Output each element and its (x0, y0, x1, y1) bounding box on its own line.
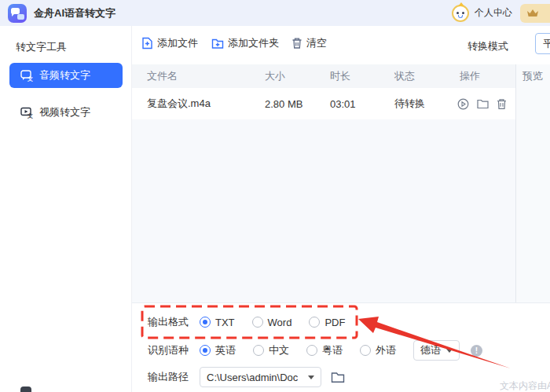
info-icon[interactable]: ! (471, 345, 482, 357)
radio-dot (200, 345, 211, 356)
user-center-link[interactable]: 个人中心 (475, 6, 512, 20)
radio-dot (253, 345, 264, 356)
app-window: 金舟AI语音转文字 个人中心 转文字工具 文 (0, 0, 550, 392)
add-folder-icon (211, 38, 224, 49)
sidebar-item-video-to-text[interactable]: 文 视频转文字 (9, 100, 123, 125)
cell-status: 待转换 (394, 97, 425, 111)
add-file-label: 添加文件 (157, 36, 198, 50)
output-format-label: 输出格式 (148, 315, 189, 329)
radio-cantonese[interactable]: 粤语 (306, 343, 343, 357)
clear-label: 清空 (306, 36, 327, 50)
radio-pdf[interactable]: PDF (309, 317, 345, 328)
avatar-crown-icon (458, 2, 464, 6)
preview-panel (516, 88, 550, 302)
top-bar: 金舟AI语音转文字 个人中心 (0, 0, 550, 26)
convert-mode-select[interactable]: 平 (535, 33, 550, 54)
svg-text:文: 文 (27, 112, 33, 119)
radio-txt[interactable]: TXT (200, 317, 235, 328)
radio-dot (306, 345, 317, 356)
language-row: 识别语种 英语 中文 粤语 外语 德语 ! (148, 342, 482, 359)
radio-dot (309, 317, 320, 328)
radio-chinese[interactable]: 中文 (253, 343, 289, 357)
col-actions: 操作 (460, 69, 480, 83)
sidebar-item-audio-to-text[interactable]: 文 音频转文字 (9, 63, 123, 88)
radio-dot (360, 345, 371, 356)
radio-foreign-label: 外语 (376, 343, 396, 357)
video-to-text-icon: 文 (20, 107, 33, 119)
audio-to-text-icon: 文 (20, 70, 33, 82)
foreign-language-value: 德语 (420, 343, 441, 357)
add-file-button[interactable]: 添加文件 (141, 36, 198, 50)
radio-pdf-label: PDF (324, 317, 345, 328)
crown-icon (526, 8, 539, 18)
svg-text:文: 文 (27, 75, 33, 82)
output-format-row: 输出格式 TXT Word PDF (148, 313, 362, 331)
settings-panel: 输出格式 TXT Word PDF 识别语种 英语 中文 (132, 303, 550, 392)
radio-dot (252, 317, 263, 328)
table-header: 文件名 大小 时长 状态 操作 (132, 64, 515, 88)
radio-word[interactable]: Word (252, 317, 292, 328)
add-folder-label: 添加文件夹 (228, 36, 279, 50)
radio-cantonese-label: 粤语 (322, 343, 343, 357)
cell-duration: 03:01 (330, 98, 356, 110)
play-icon[interactable] (457, 98, 469, 110)
radio-english[interactable]: 英语 (200, 343, 236, 357)
clear-button[interactable]: 清空 (292, 36, 327, 50)
cell-size: 2.80 MB (265, 98, 302, 110)
radio-word-label: Word (268, 317, 292, 328)
cell-filename: 复盘会议.m4a (147, 97, 211, 111)
open-folder-icon[interactable] (477, 99, 489, 109)
vip-button[interactable] (520, 4, 550, 23)
output-path-value: C:\Users\admin\Doc (207, 372, 298, 383)
radio-chinese-label: 中文 (269, 343, 289, 357)
output-path-select[interactable]: C:\Users\admin\Doc (200, 367, 321, 387)
col-status: 状态 (394, 69, 415, 83)
col-size: 大小 (265, 69, 285, 83)
add-file-icon (141, 37, 153, 49)
watermark-text: 文本内容由A (500, 379, 550, 392)
chevron-down-icon (446, 349, 453, 353)
delete-icon[interactable] (497, 98, 507, 110)
chevron-down-icon (308, 376, 314, 379)
col-duration: 时长 (330, 69, 350, 83)
language-label: 识别语种 (148, 343, 189, 357)
preview-divider (515, 64, 516, 302)
radio-english-label: 英语 (215, 343, 236, 357)
output-path-row: 输出路径 C:\Users\admin\Doc (148, 368, 345, 386)
convert-mode-label: 转换模式 (468, 39, 508, 53)
app-title: 金舟AI语音转文字 (34, 6, 116, 20)
sidebar-section-title: 转文字工具 (16, 40, 67, 54)
radio-dot (200, 317, 211, 328)
sidebar: 转文字工具 文 音频转文字 文 视频转文字 (0, 26, 132, 392)
convert-mode-value: 平 (543, 37, 550, 51)
table-row[interactable]: 复盘会议.m4a 2.80 MB 03:01 待转换 (132, 88, 515, 119)
file-list-empty-area (132, 119, 515, 302)
user-avatar[interactable] (452, 5, 469, 22)
foreign-language-select[interactable]: 德语 (413, 340, 460, 361)
sidebar-bottom-icon[interactable] (20, 387, 31, 392)
radio-txt-label: TXT (215, 317, 235, 328)
browse-folder-icon[interactable] (331, 372, 345, 383)
app-logo-icon (8, 4, 27, 23)
col-filename: 文件名 (147, 69, 178, 83)
clear-trash-icon (292, 37, 302, 49)
preview-column-header: 预览 (516, 64, 550, 88)
sidebar-item-label: 视频转文字 (39, 105, 90, 119)
main-toolbar: 添加文件 添加文件夹 清空 转换模式 平 (132, 26, 550, 63)
preview-label: 预览 (522, 69, 543, 83)
output-path-label: 输出路径 (148, 370, 189, 384)
add-folder-button[interactable]: 添加文件夹 (211, 36, 279, 50)
radio-foreign[interactable]: 外语 (360, 343, 396, 357)
sidebar-item-label: 音频转文字 (39, 68, 90, 82)
